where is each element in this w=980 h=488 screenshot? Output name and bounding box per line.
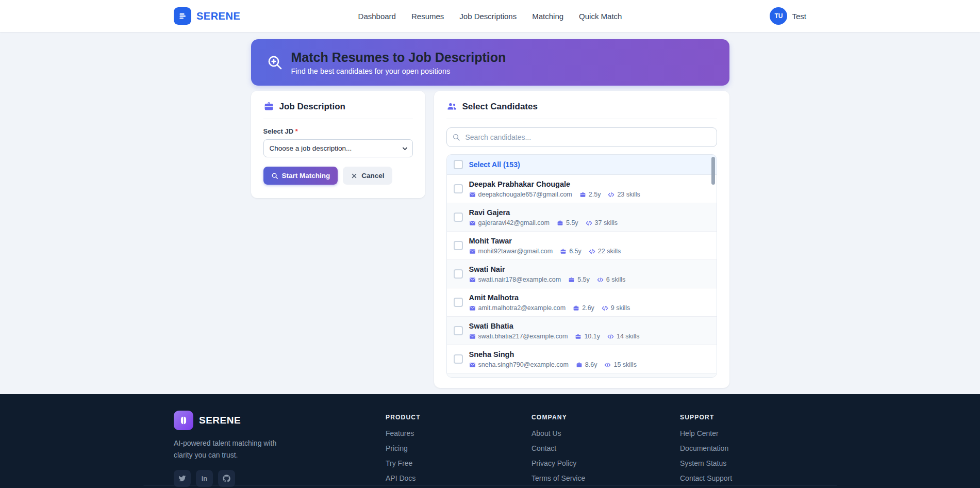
experience-briefcase-icon bbox=[579, 191, 586, 198]
cancel-button[interactable]: Cancel bbox=[343, 167, 392, 185]
experience-briefcase-icon bbox=[575, 333, 582, 340]
candidate-row[interactable]: Amit Malhotra amit.malhotra2@example.com… bbox=[447, 288, 717, 317]
search-icon bbox=[271, 172, 278, 180]
email-icon bbox=[469, 362, 476, 368]
select-all-row[interactable]: Select All (153) bbox=[447, 155, 717, 175]
skills-code-icon bbox=[607, 333, 614, 340]
candidate-email: gajeraravi42@gmail.com bbox=[469, 219, 550, 226]
candidate-checkbox[interactable] bbox=[454, 269, 463, 279]
email-icon bbox=[469, 333, 476, 340]
candidate-row[interactable]: Swati Nair swati.nair178@example.com 5.5… bbox=[447, 260, 717, 288]
candidate-experience: 2.6y bbox=[573, 304, 594, 312]
footer-column: SUPPORT Help CenterDocumentationSystem S… bbox=[680, 411, 806, 488]
search-candidates-input[interactable] bbox=[446, 127, 717, 147]
divider bbox=[446, 119, 717, 119]
candidate-experience: 5.5y bbox=[568, 276, 590, 283]
candidate-checkbox[interactable] bbox=[454, 213, 463, 222]
select-all-checkbox[interactable] bbox=[454, 160, 463, 169]
email-icon bbox=[469, 191, 476, 198]
candidate-name: Swati Bhatia bbox=[469, 321, 640, 332]
email-icon bbox=[469, 276, 476, 283]
select-all-label: Select All (153) bbox=[469, 160, 520, 169]
footer-column: COMPANY About UsContactPrivacy PolicyTer… bbox=[531, 411, 680, 488]
main-nav: DashboardResumesJob DescriptionsMatching… bbox=[358, 12, 622, 21]
user-name: Test bbox=[792, 12, 806, 21]
footer-column-heading: SUPPORT bbox=[680, 414, 806, 421]
page-subtitle: Find the best candidates for your open p… bbox=[291, 67, 506, 75]
candidate-name: Swati Nair bbox=[469, 265, 626, 275]
candidate-row[interactable]: Suresh Desai suresh.desai648@example.com… bbox=[447, 373, 717, 378]
candidate-row[interactable]: Mohit Tawar mohit92tawar@gmail.com 6.5y … bbox=[447, 232, 717, 260]
footer-column-heading: PRODUCT bbox=[386, 414, 531, 421]
footer-link-contact[interactable]: Contact bbox=[531, 444, 556, 452]
footer-link-privacy-policy[interactable]: Privacy Policy bbox=[531, 459, 576, 467]
candidate-row[interactable]: Swati Bhatia swati.bhatia217@example.com… bbox=[447, 317, 717, 345]
close-icon bbox=[351, 172, 358, 180]
brand[interactable]: SERENE bbox=[174, 7, 240, 25]
skills-code-icon bbox=[604, 362, 611, 368]
user-avatar[interactable]: TU bbox=[770, 7, 787, 25]
nav-quick-match[interactable]: Quick Match bbox=[579, 12, 622, 21]
candidate-row[interactable]: Sneha Singh sneha.singh790@example.com 8… bbox=[447, 345, 717, 373]
footer-tagline: AI-powered talent matching with clarity … bbox=[174, 437, 290, 461]
candidate-skills: 9 skills bbox=[602, 304, 630, 312]
candidate-checkbox[interactable] bbox=[454, 184, 463, 193]
candidates-card-title: Select Candidates bbox=[462, 102, 538, 112]
footer-brand-block: SERENE AI-powered talent matching with c… bbox=[174, 411, 386, 488]
candidate-email: deepakchougale657@gmail.com bbox=[469, 191, 572, 198]
skills-code-icon bbox=[597, 276, 604, 283]
footer-link-pricing[interactable]: Pricing bbox=[386, 444, 408, 452]
zoom-in-icon bbox=[267, 54, 283, 71]
skills-code-icon bbox=[602, 305, 608, 312]
experience-briefcase-icon bbox=[560, 248, 567, 255]
candidates-list: Select All (153) Deepak Prabhakar Chouga… bbox=[446, 154, 717, 378]
start-matching-button[interactable]: Start Matching bbox=[263, 167, 338, 185]
footer-link-contact-support[interactable]: Contact Support bbox=[680, 474, 732, 482]
nav-matching[interactable]: Matching bbox=[532, 12, 563, 21]
candidate-name: Mohit Tawar bbox=[469, 236, 621, 247]
candidate-name: Sneha Singh bbox=[469, 350, 637, 360]
footer-link-try-free[interactable]: Try Free bbox=[386, 459, 412, 467]
candidate-row[interactable]: Ravi Gajera gajeraravi42@gmail.com 5.5y … bbox=[447, 203, 717, 232]
select-jd-label: Select JD * bbox=[263, 127, 413, 135]
user-menu[interactable]: TU Test bbox=[770, 7, 806, 25]
skills-code-icon bbox=[586, 220, 592, 226]
nav-dashboard[interactable]: Dashboard bbox=[358, 12, 396, 21]
nav-resumes[interactable]: Resumes bbox=[411, 12, 444, 21]
nav-job-descriptions[interactable]: Job Descriptions bbox=[459, 12, 517, 21]
footer-link-system-status[interactable]: System Status bbox=[680, 459, 726, 467]
footer-brand-logo-icon bbox=[174, 411, 193, 430]
candidate-skills: 22 skills bbox=[589, 248, 621, 255]
required-mark: * bbox=[295, 127, 298, 135]
app-header: SERENE DashboardResumesJob DescriptionsM… bbox=[0, 0, 980, 32]
footer-link-api-docs[interactable]: API Docs bbox=[386, 474, 416, 482]
page-title: Match Resumes to Job Description bbox=[291, 50, 506, 66]
candidate-experience: 6.5y bbox=[560, 248, 582, 255]
skills-code-icon bbox=[589, 248, 595, 255]
scrollbar-thumb[interactable] bbox=[711, 157, 715, 185]
candidate-checkbox[interactable] bbox=[454, 241, 463, 250]
email-icon bbox=[469, 220, 476, 226]
candidate-checkbox[interactable] bbox=[454, 298, 463, 307]
footer-link-terms-of-service[interactable]: Terms of Service bbox=[531, 474, 585, 482]
candidate-checkbox[interactable] bbox=[454, 326, 463, 335]
users-icon bbox=[446, 101, 457, 112]
candidate-email: swati.nair178@example.com bbox=[469, 276, 561, 283]
jd-select[interactable]: Choose a job description... bbox=[263, 139, 413, 157]
candidate-row[interactable]: Deepak Prabhakar Chougale deepakchougale… bbox=[447, 175, 717, 203]
footer-link-features[interactable]: Features bbox=[386, 429, 414, 437]
experience-briefcase-icon bbox=[557, 220, 563, 226]
candidate-checkbox[interactable] bbox=[454, 354, 463, 364]
experience-briefcase-icon bbox=[568, 276, 575, 283]
email-icon bbox=[469, 248, 476, 255]
footer-link-documentation[interactable]: Documentation bbox=[680, 444, 728, 452]
footer-link-help-center[interactable]: Help Center bbox=[680, 429, 719, 437]
candidate-experience: 2.5y bbox=[579, 191, 601, 198]
footer-link-about-us[interactable]: About Us bbox=[531, 429, 561, 437]
search-icon bbox=[452, 133, 460, 141]
candidate-skills: 14 skills bbox=[607, 333, 639, 340]
select-candidates-card: Select Candidates Select All (153) Deepa… bbox=[434, 91, 729, 388]
page-banner: Match Resumes to Job Description Find th… bbox=[251, 39, 729, 86]
candidate-experience: 5.5y bbox=[557, 219, 578, 226]
candidate-name: Amit Malhotra bbox=[469, 293, 630, 303]
